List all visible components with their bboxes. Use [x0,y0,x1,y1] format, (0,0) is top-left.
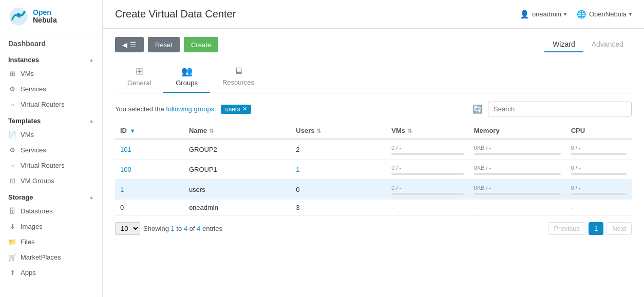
users-link[interactable]: 1 [296,166,299,173]
sidebar-item-vms-instances[interactable]: ⊞ VMs [0,66,102,81]
create-button[interactable]: Create [184,37,218,52]
cell-memory: 0KB / - [469,139,566,160]
users-value: 3 [296,204,299,211]
templates-chevron: ▲ [89,118,94,124]
advanced-tab-toggle[interactable]: Advanced [583,37,632,52]
id-link[interactable]: 101 [120,146,131,153]
user-chevron-icon: ▾ [564,11,566,17]
showing-text: Showing 1 to 4 of 4 entries [143,225,222,232]
sidebar-item-vms-templates[interactable]: 📄 VMs [0,127,102,142]
table-row[interactable]: 0 oneadmin 3 - - - [115,200,632,216]
cell-name: GROUP2 [184,139,291,160]
selected-highlight: following groups: [166,105,216,113]
vms-sort-icon: ⇅ [407,128,412,134]
cell-memory: 0KB / - [469,160,566,180]
col-cpu[interactable]: CPU [566,123,632,139]
table-row[interactable]: 101 GROUP2 2 0 / - 0KB / - 0 / - [115,139,632,160]
cpu-ratio: 0 / - [571,145,581,151]
col-users[interactable]: Users ⇅ [291,123,386,139]
resources-icon: 🖥 [234,66,243,76]
sidebar-item-virtual-routers-instances[interactable]: ↔ Virtual Routers [0,96,102,112]
cell-cpu: 0 / - [566,139,632,160]
sidebar-item-datastores[interactable]: 🗄 Datastores [0,203,102,219]
router-icon: ↔ [8,100,16,108]
tab-general[interactable]: ⊞ General [115,61,163,93]
users-tag[interactable]: users ✕ [221,105,251,114]
id-sort-icon: ▼ [130,128,136,134]
wizard-tab-toggle[interactable]: Wizard [544,37,583,52]
cpu-progress-bar [571,173,627,175]
cpu-dash: - [571,204,573,211]
memory-ratio: 0KB / - [474,145,491,151]
name-value: users [189,186,205,193]
refresh-icon: 🔄 [472,105,483,113]
users-value: 0 [296,186,299,193]
groups-table: ID ▼ Name ⇅ Users ⇅ VMs ⇅ [115,123,632,216]
pagination-bar: 10 25 50 Showing 1 to 4 of 4 entries Pre… [115,222,632,235]
vms-progress-bar [391,173,463,175]
table-row[interactable]: 1 users 0 0 / - 0KB / - 0 / - [115,180,632,200]
col-name[interactable]: Name ⇅ [184,123,291,139]
prev-page-button[interactable]: Previous [548,222,585,235]
col-id[interactable]: ID ▼ [115,123,184,139]
table-row[interactable]: 100 GROUP1 1 0 / - 0KB / - 0 / - [115,160,632,180]
files-icon: 📁 [8,237,16,246]
sidebar-dashboard[interactable]: Dashboard [0,33,102,51]
cpu-ratio: 0 / - [571,185,581,191]
cloud-info[interactable]: 🌐 OpenNebula ▾ [577,10,632,19]
cell-memory: 0KB / - [469,180,566,200]
logo-icon [8,6,29,27]
sidebar-item-apps[interactable]: ⬆ Apps [0,265,102,280]
main-content: Create Virtual Data Center 👤 oneadmin ▾ … [103,0,644,297]
users-value: 2 [296,146,299,153]
services2-icon: ⚙ [8,146,16,154]
cell-vms: - [386,200,468,216]
sidebar-item-virtual-routers-templates[interactable]: ↔ Virtual Routers [0,157,102,173]
sidebar-item-files[interactable]: 📁 Files [0,234,102,249]
sidebar-item-vm-groups[interactable]: ⊡ VM Groups [0,173,102,188]
sidebar: Open Nebula Dashboard Instances ▲ ⊞ VMs … [0,0,103,297]
user-info[interactable]: 👤 oneadmin ▾ [520,10,566,19]
sidebar-item-services-templates[interactable]: ⚙ Services [0,142,102,157]
col-memory[interactable]: Memory [469,123,566,139]
cell-vms: 0 / - [386,160,468,180]
tag-close-icon[interactable]: ✕ [242,106,247,112]
selected-bar: You selected the following groups: users… [115,102,632,116]
tab-resources[interactable]: 🖥 Resources [210,61,267,93]
sidebar-item-images[interactable]: ⬇ Images [0,219,102,234]
user-icon: 👤 [520,10,529,19]
selected-prefix: You selected the [115,105,166,113]
cell-id: 100 [115,160,184,180]
name-sort-icon: ⇅ [209,128,214,134]
search-input[interactable] [488,102,632,116]
selected-right: 🔄 [472,102,632,116]
refresh-button[interactable]: 🔄 [472,104,483,114]
id-link[interactable]: 100 [120,166,131,173]
cpu-progress-bar [571,153,627,155]
wizard-tabs: ⊞ General 👥 Groups 🖥 Resources [115,61,632,93]
cell-users: 3 [291,200,386,216]
page-1-button[interactable]: 1 [589,222,603,235]
router2-icon: ↔ [8,161,16,169]
sidebar-section-storage: Storage ▲ [0,188,102,203]
memory-progress-bar [474,193,561,195]
tab-groups[interactable]: 👥 Groups [163,61,210,93]
cpu-ratio: 0 / - [571,165,581,171]
sidebar-item-marketplaces[interactable]: 🛒 MarketPlaces [0,249,102,265]
col-vms[interactable]: VMs ⇅ [386,123,468,139]
cell-memory: - [469,200,566,216]
pagination-left: 10 25 50 Showing 1 to 4 of 4 entries [115,222,222,235]
table-body: 101 GROUP2 2 0 / - 0KB / - 0 / - [115,139,632,216]
next-page-button[interactable]: Next [607,222,632,235]
apps-icon: ⬆ [8,268,16,276]
sidebar-item-services-instances[interactable]: ⚙ Services [0,81,102,96]
reset-button[interactable]: Reset [148,37,180,52]
memory-dash: - [474,204,476,211]
id-link[interactable]: 1 [120,186,124,193]
vmgroups-icon: ⊡ [8,176,16,185]
cell-cpu: - [566,200,632,216]
back-button[interactable]: ◀ ☰ [115,37,144,52]
toolbar-right: Wizard Advanced [544,37,632,52]
page-size-select[interactable]: 10 25 50 [115,222,140,235]
logo: Open Nebula [0,0,102,33]
